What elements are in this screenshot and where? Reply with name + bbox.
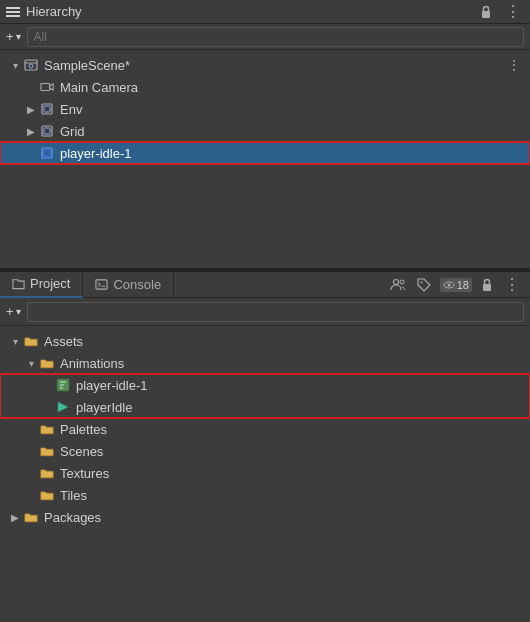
svg-point-13 [400,280,404,284]
hierarchy-item-env[interactable]: ▶ Env [0,98,530,120]
tabs-bar: Project Console [0,272,530,298]
textures-folder-icon [38,464,56,482]
tab-project[interactable]: Project [0,272,83,298]
eye-icon [443,279,455,291]
playeridle1-anim-icon [54,376,72,394]
svg-rect-7 [44,128,50,134]
project-item-playeridle-ctrl[interactable]: playerIdle [0,396,530,418]
playeridle1-anim-label: player-idle-1 [76,378,148,393]
env-arrow: ▶ [24,104,38,115]
eye-count: 18 [457,279,469,291]
tiles-folder-icon [38,486,56,504]
project-add-button[interactable]: + ▾ [6,304,21,319]
svg-point-14 [420,281,422,283]
grid-label: Grid [60,124,85,139]
project-item-assets[interactable]: ▾ Assets [0,330,530,352]
hierarchy-add-button[interactable]: + ▾ [6,29,21,44]
project-more-button[interactable]: ⋮ [502,275,522,294]
samplescene-icon [22,56,40,74]
tiles-label: Tiles [60,488,87,503]
console-icon [95,278,108,291]
palettes-folder-icon [38,420,56,438]
project-add-label: + [6,304,14,319]
project-item-scenes[interactable]: Scenes [0,440,530,462]
eye-badge[interactable]: 18 [440,278,472,292]
svg-marker-19 [58,402,68,412]
project-people-button[interactable] [388,277,408,293]
packages-folder-icon [22,508,40,526]
hierarchy-header: Hierarchy ⋮ [0,0,530,24]
samplescene-arrow: ▾ [8,60,22,71]
hierarchy-search-input[interactable] [27,27,524,47]
assets-arrow: ▾ [8,336,22,347]
hierarchy-header-left: Hierarchy [6,4,82,19]
project-toolbar: + ▾ [0,298,530,326]
hierarchy-three-dots-icon: ⋮ [505,2,522,21]
playeridle1-icon [38,144,56,162]
project-folder-icon [12,277,25,290]
env-icon [38,100,56,118]
hierarchy-item-samplescene[interactable]: ▾ SampleScene* ⋮ [0,54,530,76]
svg-rect-0 [482,11,490,18]
tab-console[interactable]: Console [83,272,174,298]
hierarchy-more-button[interactable]: ⋮ [503,2,524,21]
svg-rect-17 [483,284,491,291]
project-item-palettes[interactable]: Palettes [0,418,530,440]
project-animations-group: player-idle-1 playerIdle [0,374,530,418]
env-label: Env [60,102,82,117]
project-item-animations[interactable]: ▾ Animations [0,352,530,374]
grid-icon [38,122,56,140]
svg-rect-5 [44,106,50,112]
assets-folder-icon [22,332,40,350]
hierarchy-item-grid[interactable]: ▶ Grid [0,120,530,142]
animations-label: Animations [60,356,124,371]
hierarchy-menu-icon[interactable] [6,7,20,17]
grid-arrow: ▶ [24,126,38,137]
animations-folder-icon [38,354,56,372]
tab-project-label: Project [30,276,70,291]
svg-point-12 [393,279,398,284]
palettes-label: Palettes [60,422,107,437]
svg-rect-10 [96,280,107,289]
playeridle-ctrl-icon [54,398,72,416]
svg-point-2 [29,64,33,68]
textures-label: Textures [60,466,109,481]
packages-label: Packages [44,510,101,525]
project-tag-button[interactable] [414,277,434,293]
hierarchy-lock-button[interactable] [477,5,495,19]
project-item-tiles[interactable]: Tiles [0,484,530,506]
maincamera-label: Main Camera [60,80,138,95]
project-item-textures[interactable]: Textures [0,462,530,484]
project-search-input[interactable] [27,302,524,322]
hierarchy-toolbar: + ▾ [0,24,530,50]
hierarchy-panel: Hierarchy ⋮ + ▾ ▾ [0,0,530,270]
hierarchy-header-right: ⋮ [477,2,524,21]
playeridle-ctrl-label: playerIdle [76,400,132,415]
assets-label: Assets [44,334,83,349]
project-header-right: 18 ⋮ [388,275,530,294]
project-item-packages[interactable]: ▶ Packages [0,506,530,528]
project-tree: ▾ Assets ▾ Animations player-i [0,326,530,532]
scenes-label: Scenes [60,444,103,459]
svg-rect-9 [44,150,50,156]
hierarchy-add-arrow: ▾ [16,31,21,42]
hierarchy-item-maincamera[interactable]: Main Camera [0,76,530,98]
maincamera-icon [38,78,56,96]
project-item-playeridle1-anim[interactable]: player-idle-1 [0,374,530,396]
playeridle1-label: player-idle-1 [60,146,132,161]
packages-arrow: ▶ [8,512,22,523]
hierarchy-tree: ▾ SampleScene* ⋮ [0,50,530,268]
samplescene-menu-icon[interactable]: ⋮ [507,57,522,73]
animations-arrow: ▾ [24,358,38,369]
hierarchy-title: Hierarchy [26,4,82,19]
project-lock-button[interactable] [478,278,496,292]
project-add-arrow: ▾ [16,306,21,317]
svg-point-16 [447,283,450,286]
project-three-dots-icon: ⋮ [504,275,520,294]
hierarchy-add-label: + [6,29,14,44]
svg-rect-3 [41,84,50,91]
samplescene-label: SampleScene* [44,58,130,73]
scenes-folder-icon [38,442,56,460]
tab-console-label: Console [113,277,161,292]
hierarchy-item-playeridle1[interactable]: player-idle-1 [0,142,530,164]
